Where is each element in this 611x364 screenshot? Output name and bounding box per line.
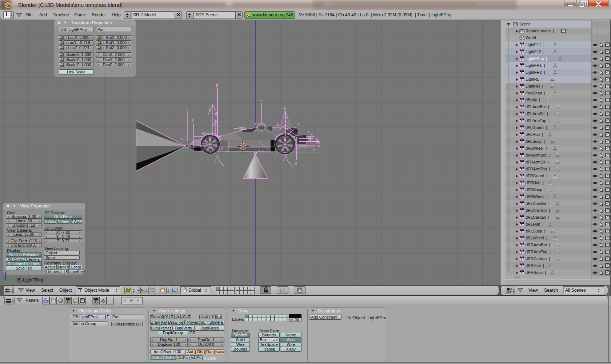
svg-text:z: z <box>260 97 262 102</box>
svg-text:x: x <box>308 130 310 134</box>
svg-text:z: z <box>192 118 194 122</box>
svg-text:z: z <box>216 82 218 88</box>
svg-text:x: x <box>181 136 183 141</box>
svg-text:x: x <box>318 143 320 148</box>
svg-text:x: x <box>262 149 264 153</box>
svg-text:z: z <box>284 110 286 114</box>
svg-text:z: z <box>5 271 7 274</box>
svg-text:x: x <box>313 147 315 151</box>
svg-text:y: y <box>14 276 16 280</box>
svg-text:z: z <box>295 161 297 166</box>
svg-text:z: z <box>284 106 286 110</box>
svg-text:z: z <box>297 122 300 126</box>
svg-text:y: y <box>255 121 257 125</box>
svg-text:y: y <box>221 146 223 150</box>
svg-text:x: x <box>258 149 260 153</box>
svg-text:z: z <box>186 106 188 111</box>
svg-text:z: z <box>227 149 229 153</box>
svg-text:z: z <box>277 122 279 126</box>
svg-text:x: x <box>311 132 313 136</box>
svg-text:z: z <box>209 108 211 112</box>
